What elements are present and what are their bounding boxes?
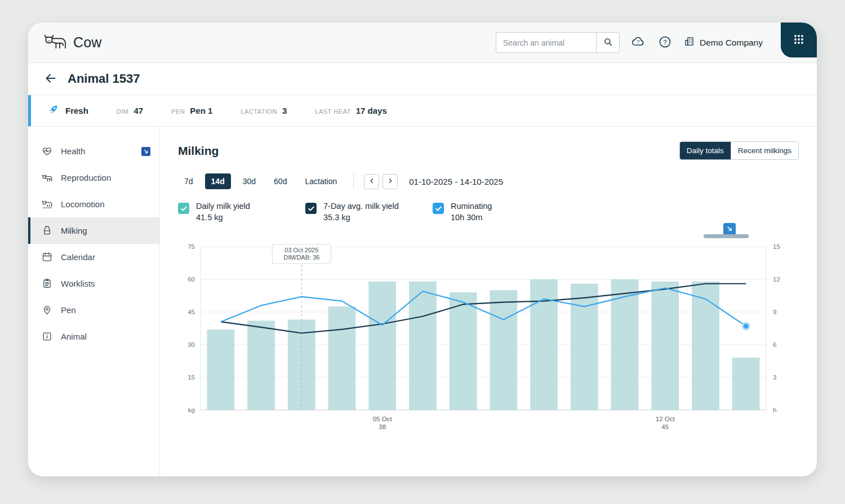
external-link-badge-icon — [141, 147, 150, 156]
app-window: Cow ? — [28, 23, 817, 476]
svg-text:60: 60 — [188, 276, 195, 283]
chart-legend: Daily milk yield 41.5 kg 7-Day avg. milk… — [178, 202, 799, 222]
search-button[interactable] — [596, 32, 620, 53]
help-button[interactable]: ? — [657, 34, 673, 52]
legend-daily-milk-yield: Daily milk yield 41.5 kg — [178, 202, 278, 222]
tab-7d[interactable]: 7d — [178, 173, 199, 189]
search-input[interactable] — [496, 32, 596, 53]
svg-text:45: 45 — [661, 423, 669, 430]
sidebar-item-label: Locomotion — [61, 199, 105, 209]
sidebar-item-label: Health — [61, 146, 85, 156]
svg-text:05 Oct: 05 Oct — [373, 416, 393, 422]
chevron-right-icon — [386, 177, 394, 186]
status-bar: Fresh DIM 47 PEN Pen 1 LACTATION 3 LAST … — [28, 95, 817, 127]
tab-30d[interactable]: 30d — [237, 173, 262, 189]
next-period-button[interactable] — [383, 174, 398, 189]
divider — [353, 173, 354, 189]
sidebar-item-milking[interactable]: Milking — [28, 217, 159, 244]
page-title: Animal 1537 — [68, 72, 140, 86]
tab-14d[interactable]: 14d — [205, 173, 231, 189]
fresh-state: Fresh — [47, 104, 88, 118]
svg-text:75: 75 — [188, 243, 195, 250]
svg-text:kg: kg — [188, 407, 195, 413]
checkbox-avg-milk-yield[interactable] — [305, 203, 317, 214]
milking-chart[interactable]: 15304560753691215kgh05 Oct3812 Oct4503 O… — [178, 240, 799, 437]
calendar-icon — [41, 251, 53, 263]
back-arrow-icon — [44, 72, 57, 87]
cow-logo-icon — [43, 33, 68, 52]
help-icon: ? — [658, 35, 672, 51]
svg-text:6: 6 — [773, 341, 776, 348]
worklists-icon — [41, 278, 53, 289]
sidebar-item-calendar[interactable]: Calendar — [28, 244, 159, 270]
chevron-left-icon — [368, 177, 376, 186]
tab-lactation[interactable]: Lactation — [299, 173, 343, 189]
tab-daily-totals[interactable]: Daily totals — [680, 142, 731, 159]
sidebar-item-label: Calendar — [61, 252, 95, 262]
prev-period-button[interactable] — [364, 174, 379, 189]
search-icon — [603, 37, 613, 49]
svg-text:?: ? — [637, 39, 639, 44]
chart-tools — [178, 224, 799, 240]
sidebar-item-label: Animal — [61, 332, 87, 341]
sidebar-item-reproduction[interactable]: Reproduction — [28, 164, 159, 191]
page-header: Animal 1537 — [28, 63, 817, 95]
svg-text:DIM/DAB: 36: DIM/DAB: 36 — [283, 254, 319, 261]
sidebar-item-label: Worklists — [61, 279, 95, 288]
sidebar-item-label: Reproduction — [61, 173, 111, 182]
locomotion-icon — [41, 198, 53, 210]
topbar: Cow ? — [28, 23, 817, 63]
sidebar-item-locomotion[interactable]: Locomotion — [28, 191, 159, 217]
company-name: Demo Company — [700, 38, 763, 48]
app-grid-icon — [793, 34, 804, 47]
date-range-label: 01-10-2025 - 14-10-2025 — [409, 177, 503, 186]
legend-ruminating: Ruminating 10h 30m — [433, 202, 533, 222]
stat-dim: DIM 47 — [117, 106, 143, 115]
tab-recent-milkings[interactable]: Recent milkings — [731, 142, 798, 159]
sidebar-item-health[interactable]: Health — [28, 138, 159, 164]
sidebar-item-pen[interactable]: Pen — [28, 297, 159, 323]
company-icon — [683, 35, 695, 50]
cloud-question-icon: ? — [631, 34, 646, 51]
sidebar-item-label: Milking — [61, 226, 87, 235]
sidebar-item-label: Pen — [61, 305, 76, 315]
app-launcher-button[interactable] — [781, 23, 817, 57]
view-toggle: Daily totals Recent milkings — [679, 141, 799, 160]
reproduction-icon — [41, 172, 53, 184]
svg-text:12 Oct: 12 Oct — [656, 416, 675, 422]
checkbox-ruminating[interactable] — [433, 203, 444, 214]
svg-text:?: ? — [663, 38, 666, 45]
svg-text:38: 38 — [379, 423, 386, 430]
range-controls: 7d 14d 30d 60d Lactation 01-10-2025 - 14… — [178, 173, 799, 189]
cloud-sync-button[interactable]: ? — [630, 33, 647, 52]
rocket-icon — [47, 104, 59, 118]
company-menu[interactable]: Demo Company — [683, 35, 763, 50]
milking-panel: Milking Daily totals Recent milkings 7d … — [160, 127, 817, 476]
legend-avg-milk-yield: 7-Day avg. milk yield 35.3 kg — [305, 202, 406, 222]
tab-60d[interactable]: 60d — [268, 173, 293, 189]
back-button[interactable] — [44, 72, 57, 87]
health-icon — [41, 145, 53, 157]
animal-icon — [41, 331, 53, 342]
pen-icon — [41, 304, 53, 316]
expand-arrow-icon — [726, 225, 733, 234]
app-name: Cow — [73, 34, 102, 51]
svg-text:12: 12 — [773, 276, 780, 283]
state-label: Fresh — [65, 106, 88, 115]
svg-text:15: 15 — [773, 243, 780, 250]
chart-expand-button[interactable] — [723, 223, 736, 235]
sidebar-item-animal[interactable]: Animal — [28, 323, 159, 350]
app-logo: Cow — [43, 33, 102, 52]
stat-lactation: LACTATION 3 — [241, 106, 287, 115]
svg-text:3: 3 — [773, 374, 776, 381]
svg-text:h: h — [773, 407, 776, 413]
svg-text:45: 45 — [188, 309, 195, 315]
stat-pen: PEN Pen 1 — [171, 106, 212, 115]
chart-scroll-handle[interactable] — [704, 234, 749, 238]
stat-last-heat: LAST HEAT 17 days — [315, 106, 386, 115]
milking-icon — [41, 225, 53, 237]
svg-text:30: 30 — [188, 341, 195, 348]
animal-search — [496, 32, 620, 53]
sidebar-item-worklists[interactable]: Worklists — [28, 270, 159, 297]
checkbox-daily-milk-yield[interactable] — [178, 203, 189, 214]
